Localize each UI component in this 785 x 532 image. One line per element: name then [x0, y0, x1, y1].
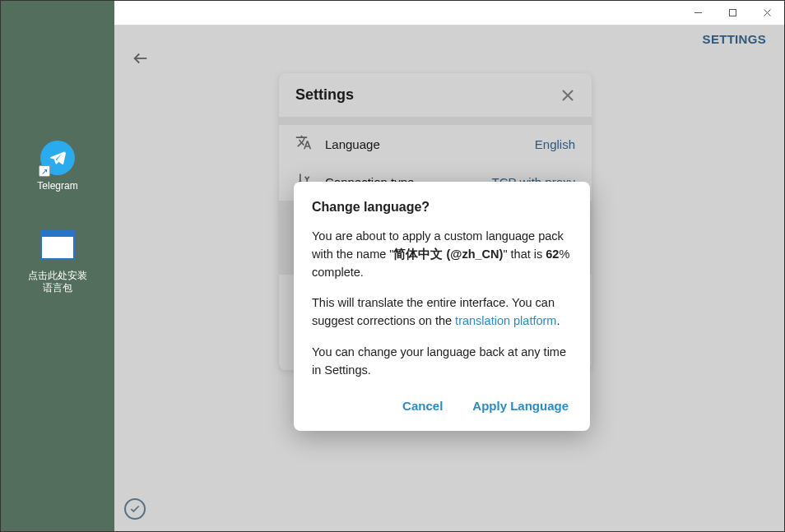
app-window: SETTINGS Settings Language English: [114, 1, 784, 531]
file-window-icon: [40, 230, 75, 260]
minimize-button[interactable]: [680, 1, 715, 25]
settings-title: Settings: [295, 86, 354, 104]
row-label: Language: [325, 137, 522, 151]
verified-badge-icon: [124, 498, 146, 520]
maximize-button[interactable]: [715, 1, 750, 25]
dialog-body: You are about to apply a custom language…: [312, 228, 572, 379]
shortcut-arrow-icon: ↗: [39, 165, 50, 177]
language-icon: [295, 134, 312, 154]
telegram-shortcut[interactable]: ↗ Telegram: [25, 141, 91, 193]
close-panel-button[interactable]: [560, 88, 575, 103]
apply-language-button[interactable]: Apply Language: [469, 392, 572, 419]
svg-rect-1: [729, 10, 736, 16]
change-language-dialog: Change language? You are about to apply …: [294, 182, 590, 431]
desktop-icon-label: Telegram: [37, 180, 77, 193]
desktop-area: ↗ Telegram 点击此处安装 语言包: [1, 1, 114, 531]
close-window-button[interactable]: [750, 1, 784, 25]
back-button[interactable]: [129, 47, 152, 70]
settings-row-language[interactable]: Language English: [279, 125, 592, 163]
settings-header-label: SETTINGS: [703, 32, 766, 46]
row-value: English: [535, 137, 575, 151]
dialog-title: Change language?: [312, 200, 572, 215]
translation-platform-link[interactable]: translation platform: [455, 314, 556, 327]
desktop-icon-label: 点击此处安装 语言包: [28, 270, 87, 295]
titlebar: [114, 1, 784, 25]
cancel-button[interactable]: Cancel: [399, 392, 446, 419]
lang-pack-shortcut[interactable]: 点击此处安装 语言包: [25, 230, 91, 295]
